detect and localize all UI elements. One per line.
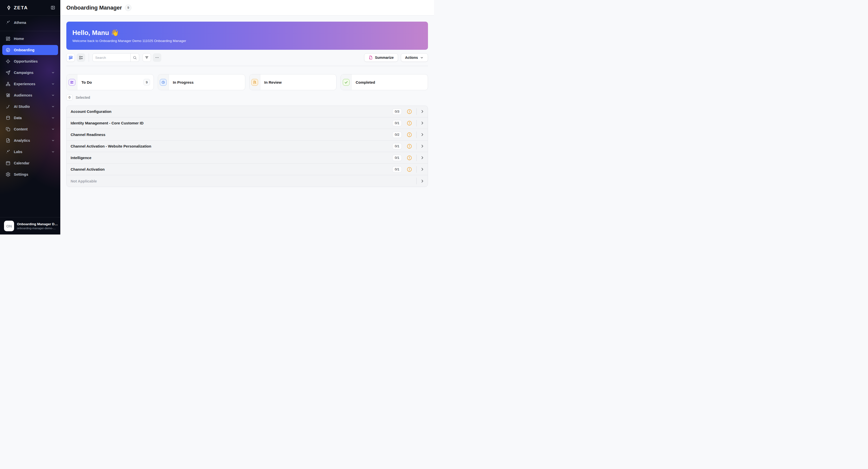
welcome-banner: Hello, Manu 👋 Welcome back to Onboarding… <box>66 22 428 50</box>
page-header: Onboarding Manager 9 <box>60 0 434 15</box>
greeting-text: Hello, Manu 👋 <box>72 29 422 37</box>
summarize-button[interactable]: Summarize <box>364 53 398 62</box>
list-view-icon <box>79 55 84 60</box>
task-row[interactable]: Channel Activation - Website Personaliza… <box>67 140 428 152</box>
more-options-button[interactable] <box>153 53 161 62</box>
sidebar-item-label: Campaigns <box>14 71 33 75</box>
status-card-label: Completed <box>355 80 375 85</box>
chevron-right-icon[interactable] <box>420 179 425 183</box>
sidebar-item-experiences[interactable]: Experiences <box>2 79 58 89</box>
ai-summarize-icon <box>368 55 373 60</box>
row-divider <box>416 120 417 126</box>
search-box <box>92 53 139 62</box>
search-input[interactable] <box>93 54 130 62</box>
row-divider <box>416 178 417 184</box>
sidebar-item-calendar[interactable]: Calendar <box>2 158 58 168</box>
sidebar-item-athena[interactable]: Athena <box>2 18 58 28</box>
sidebar-item-audiences[interactable]: Audiences <box>2 90 58 100</box>
row-divider <box>416 131 417 138</box>
file-chart-icon <box>5 138 10 143</box>
sidebar-item-labs[interactable]: Labs <box>2 147 58 157</box>
sidebar-header: ZETA <box>0 0 60 15</box>
copy-pages-icon <box>5 127 10 132</box>
status-cards: To Do 9 In Progress In Review <box>66 74 428 90</box>
warning-icon <box>407 120 412 126</box>
filter-icon <box>145 55 149 60</box>
dashboard-icon <box>5 36 10 41</box>
sidebar-item-campaigns[interactable]: Campaigns <box>2 68 58 78</box>
sidebar-item-analytics[interactable]: Analytics <box>2 135 58 146</box>
task-row[interactable]: Channel Activation 0/1 <box>67 164 428 175</box>
chevron-down-icon <box>51 116 55 120</box>
sidebar-item-data[interactable]: Data <box>2 113 58 123</box>
task-row[interactable]: Channel Readiness 0/2 <box>67 129 428 140</box>
sidebar-collapse-icon[interactable] <box>51 5 55 10</box>
sidebar-item-label: Onboarding <box>14 48 34 52</box>
gear-icon <box>5 172 10 177</box>
sidebar-item-label: Home <box>14 37 24 41</box>
sidebar: ZETA Athena Home Onboarding <box>0 0 60 234</box>
workspace-switcher[interactable]: ON Onboarding Manager D… onboarding-mana… <box>0 217 60 234</box>
task-progress-badge: 0/1 <box>392 143 402 150</box>
sidebar-item-label: Opportunities <box>14 59 38 63</box>
sidebar-item-ai-studio[interactable]: AI Studio <box>2 101 58 112</box>
filter-button[interactable] <box>143 53 151 62</box>
sidebar-item-opportunities[interactable]: Opportunities <box>2 56 58 66</box>
actions-button[interactable]: Actions <box>401 53 428 62</box>
task-row[interactable]: Not Applicable <box>67 175 428 187</box>
page-count-badge: 9 <box>125 4 131 11</box>
workspace-name: Onboarding Manager D… <box>17 222 56 226</box>
chevron-right-icon[interactable] <box>420 121 425 125</box>
status-card-todo[interactable]: To Do 9 <box>66 74 154 90</box>
board-view-icon <box>68 55 73 60</box>
workspace-meta: Onboarding Manager D… onboarding-manager… <box>17 222 56 230</box>
chevron-right-icon[interactable] <box>420 132 425 137</box>
brand-text: ZETA <box>14 5 28 10</box>
chevron-down-icon <box>51 71 55 74</box>
sidebar-item-label: Analytics <box>14 138 30 143</box>
chevron-right-icon[interactable] <box>420 144 425 148</box>
summarize-label: Summarize <box>375 56 394 60</box>
task-row[interactable]: Identity Management - Core Customer ID 0… <box>67 117 428 129</box>
task-list: Account Configuration 0/3 <box>66 105 428 187</box>
chevron-down-icon <box>51 94 55 97</box>
board-view-toggle[interactable] <box>66 53 75 62</box>
chevron-down-icon <box>51 139 55 142</box>
row-divider <box>416 108 417 115</box>
zeta-diamond-icon <box>6 5 11 10</box>
toolbar-divider <box>89 53 89 62</box>
chevron-right-icon[interactable] <box>420 110 425 114</box>
status-card-completed[interactable]: Completed <box>341 74 428 90</box>
status-card-in-review[interactable]: In Review <box>249 74 337 90</box>
task-progress-badge: 0/2 <box>392 131 402 138</box>
list-view-toggle[interactable] <box>76 53 85 62</box>
task-row[interactable]: Intelligence 0/1 <box>67 152 428 164</box>
task-title: Not Applicable <box>71 179 97 183</box>
warning-icon <box>407 155 412 161</box>
sidebar-item-label: Settings <box>14 173 28 177</box>
task-title: Channel Activation <box>71 167 104 171</box>
status-card-in-progress[interactable]: In Progress <box>158 74 245 90</box>
compass-icon <box>5 48 10 53</box>
check-icon <box>343 79 349 86</box>
task-title: Channel Readiness <box>71 132 105 137</box>
sidebar-item-home[interactable]: Home <box>2 34 58 44</box>
status-card-label: In Progress <box>173 80 194 85</box>
sidebar-item-settings[interactable]: Settings <box>2 169 58 180</box>
app-window: ZETA Athena Home Onboarding <box>0 0 434 234</box>
chevron-right-icon[interactable] <box>420 167 425 171</box>
task-row[interactable]: Account Configuration 0/3 <box>67 106 428 117</box>
document-search-icon <box>251 79 258 86</box>
selection-count-badge: 0 <box>66 94 73 100</box>
search-icon[interactable] <box>130 54 139 62</box>
sidebar-item-content[interactable]: Content <box>2 124 58 134</box>
page-content: Hello, Manu 👋 Welcome back to Onboarding… <box>60 15 434 234</box>
workspace-slug: onboarding-manager-demo-… <box>17 227 56 230</box>
sidebar-item-onboarding[interactable]: Onboarding <box>2 45 58 55</box>
row-divider <box>416 155 417 161</box>
chevron-down-icon <box>51 127 55 131</box>
chevron-right-icon[interactable] <box>420 156 425 160</box>
chevron-down-icon <box>51 105 55 108</box>
row-divider <box>416 166 417 173</box>
task-title: Intelligence <box>71 156 91 160</box>
